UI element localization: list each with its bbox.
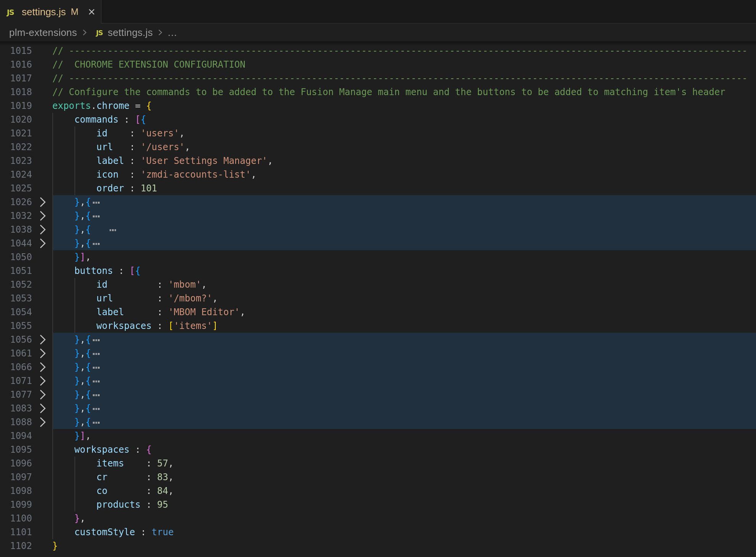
line-number[interactable]: 1052	[0, 278, 32, 291]
line-number[interactable]: 1020	[0, 113, 32, 126]
fold-chevron-right-icon[interactable]	[32, 236, 52, 250]
line-number[interactable]: 1071	[0, 374, 32, 388]
code-content[interactable]: },{	[52, 374, 756, 388]
close-icon[interactable]	[87, 7, 97, 17]
code-content[interactable]: },{	[52, 388, 756, 402]
fold-chevron-right-icon[interactable]	[32, 360, 52, 374]
midline-ellipsis-icon[interactable]	[93, 339, 100, 341]
line-number[interactable]: 1015	[0, 44, 32, 58]
fold-chevron-right-icon[interactable]	[32, 209, 52, 223]
line-number[interactable]: 1018	[0, 85, 32, 99]
code-content[interactable]: order : 101	[52, 181, 756, 195]
line-number[interactable]: 1044	[0, 236, 32, 250]
midline-ellipsis-icon[interactable]	[93, 367, 100, 369]
midline-ellipsis-icon[interactable]	[93, 394, 100, 396]
line-number[interactable]: 1022	[0, 140, 32, 154]
fold-chevron-right-icon[interactable]	[32, 223, 52, 236]
code-content[interactable]: icon : 'zmdi-accounts-list',	[52, 168, 756, 181]
line-number[interactable]: 1061	[0, 347, 32, 360]
code-content[interactable]: // Configure the commands to be added to…	[52, 85, 756, 99]
code-content[interactable]: },{	[52, 209, 756, 223]
code-content[interactable]: }	[52, 539, 756, 553]
line-number[interactable]: 1102	[0, 539, 32, 553]
code-content[interactable]: label : 'MBOM Editor',	[52, 305, 756, 319]
midline-ellipsis-icon[interactable]	[93, 353, 100, 355]
fold-chevron-right-icon[interactable]	[32, 374, 52, 388]
code-content[interactable]: },{	[52, 195, 756, 209]
code-content[interactable]: },{	[52, 333, 756, 347]
fold-chevron-right-icon[interactable]	[32, 195, 52, 209]
line-number[interactable]: 1083	[0, 402, 32, 415]
line-number[interactable]: 1055	[0, 319, 32, 333]
line-number[interactable]: 1017	[0, 71, 32, 85]
midline-ellipsis-icon[interactable]	[93, 215, 100, 217]
midline-ellipsis-icon[interactable]	[93, 381, 100, 382]
code-content[interactable]: id : 'mbom',	[52, 278, 756, 291]
line-number[interactable]: 1066	[0, 360, 32, 374]
code-content[interactable]: // -------------------------------------…	[52, 71, 756, 85]
midline-ellipsis-icon[interactable]	[93, 202, 100, 204]
line-number[interactable]: 1077	[0, 388, 32, 402]
line-number[interactable]: 1025	[0, 181, 32, 195]
code-content[interactable]: commands : [{	[52, 113, 756, 126]
code-content[interactable]: }],	[52, 250, 756, 264]
breadcrumb-folder[interactable]: plm-extensions	[9, 27, 77, 39]
code-content[interactable]: customStyle : true	[52, 525, 756, 539]
line-number[interactable]: 1101	[0, 525, 32, 539]
code-content[interactable]: buttons : [{	[52, 264, 756, 278]
code-content[interactable]: workspaces : ['items']	[52, 319, 756, 333]
line-number[interactable]: 1050	[0, 250, 32, 264]
code-content[interactable]: },{	[52, 223, 756, 236]
code-content[interactable]: products : 95	[52, 498, 756, 512]
code-content[interactable]: // CHOROME EXTENSION CONFIGURATION	[52, 58, 756, 71]
fold-chevron-right-icon[interactable]	[32, 333, 52, 347]
line-number[interactable]: 1099	[0, 498, 32, 512]
fold-chevron-right-icon[interactable]	[32, 388, 52, 402]
code-content[interactable]: workspaces : {	[52, 443, 756, 457]
line-number[interactable]: 1016	[0, 58, 32, 71]
line-number[interactable]: 1096	[0, 457, 32, 470]
line-number[interactable]: 1021	[0, 126, 32, 140]
line-number[interactable]: 1054	[0, 305, 32, 319]
code-content[interactable]: exports.chrome = {	[52, 99, 756, 113]
line-number[interactable]: 1032	[0, 209, 32, 223]
code-content[interactable]: }],	[52, 429, 756, 443]
code-content[interactable]: label : 'User Settings Manager',	[52, 154, 756, 168]
breadcrumb-file[interactable]: settings.js	[108, 27, 153, 39]
line-number[interactable]: 1100	[0, 512, 32, 525]
line-number[interactable]: 1097	[0, 470, 32, 484]
fold-chevron-right-icon[interactable]	[32, 402, 52, 415]
line-number[interactable]: 1095	[0, 443, 32, 457]
line-number[interactable]: 1053	[0, 291, 32, 305]
line-number[interactable]: 1051	[0, 264, 32, 278]
code-content[interactable]: },{	[52, 347, 756, 360]
code-content[interactable]: },	[52, 512, 756, 525]
line-number[interactable]: 1019	[0, 99, 32, 113]
code-content[interactable]: co : 84,	[52, 484, 756, 498]
code-content[interactable]: cr : 83,	[52, 470, 756, 484]
code-content[interactable]: url : '/mbom?',	[52, 291, 756, 305]
line-number[interactable]: 1094	[0, 429, 32, 443]
line-number[interactable]: 1026	[0, 195, 32, 209]
fold-chevron-right-icon[interactable]	[32, 347, 52, 360]
code-content[interactable]: },{	[52, 236, 756, 250]
code-content[interactable]: },{	[52, 415, 756, 429]
line-number[interactable]: 1056	[0, 333, 32, 347]
breadcrumb-symbol[interactable]: …	[167, 27, 177, 39]
code-content[interactable]: items : 57,	[52, 457, 756, 470]
line-number[interactable]: 1024	[0, 168, 32, 181]
line-number[interactable]: 1098	[0, 484, 32, 498]
code-content[interactable]: // -------------------------------------…	[52, 44, 756, 58]
midline-ellipsis-icon[interactable]	[93, 408, 100, 410]
midline-ellipsis-icon[interactable]	[110, 229, 116, 231]
code-content[interactable]: },{	[52, 360, 756, 374]
code-content[interactable]: id : 'users',	[52, 126, 756, 140]
midline-ellipsis-icon[interactable]	[93, 243, 100, 245]
line-number[interactable]: 1038	[0, 223, 32, 236]
code-editor[interactable]: 1015// ---------------------------------…	[0, 41, 756, 557]
tab-settings-js[interactable]: JS settings.js M	[0, 0, 102, 24]
code-content[interactable]: },{	[52, 402, 756, 415]
line-number[interactable]: 1023	[0, 154, 32, 168]
line-number[interactable]: 1088	[0, 415, 32, 429]
fold-chevron-right-icon[interactable]	[32, 415, 52, 429]
